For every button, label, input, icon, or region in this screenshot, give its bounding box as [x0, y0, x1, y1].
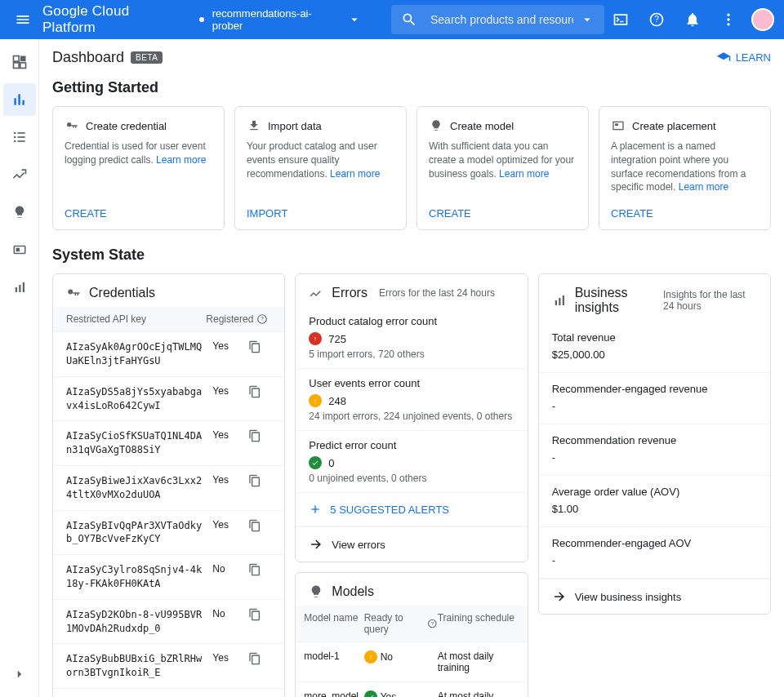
learn-more-link[interactable]: Learn more — [679, 181, 728, 193]
nav-placement-icon[interactable] — [3, 233, 36, 266]
view-credentials-link[interactable]: View credentials — [53, 688, 284, 697]
credentials-rows: AIzaSyAk0AgrOOcEjqTWLMQUaKEln3jtFaHYGsU … — [53, 332, 284, 688]
insight-value: $25,000.00 — [552, 348, 757, 361]
menu-icon[interactable] — [7, 3, 39, 36]
copy-icon[interactable] — [248, 563, 271, 576]
bulb-icon — [309, 584, 323, 599]
nav-insights-icon[interactable] — [3, 83, 36, 116]
svg-rect-7 — [13, 63, 19, 69]
insight-label: Total revenue — [552, 331, 757, 344]
svg-rect-11 — [22, 100, 24, 105]
model-name: more_models — [304, 690, 363, 697]
key-icon — [66, 286, 81, 300]
learn-icon — [716, 51, 731, 65]
table-row: more_models Yes At most daily training — [296, 682, 527, 697]
create-model-button[interactable]: CREATE — [429, 194, 577, 220]
svg-rect-6 — [20, 56, 25, 62]
create-credential-button[interactable]: CREATE — [65, 194, 212, 220]
search-input[interactable] — [430, 13, 573, 26]
api-key-value: AIzaSyBiweJixXav6c3Lxx24tltX0vMXo2duUOA — [66, 474, 212, 502]
create-placement-button[interactable]: CREATE — [611, 194, 759, 220]
svg-rect-13 — [17, 132, 24, 134]
schedule-value: At most daily training — [438, 690, 519, 697]
error-count: 0 — [328, 457, 334, 469]
insights-subtitle: Insights for the last 24 hours — [663, 289, 757, 312]
svg-point-16 — [13, 140, 16, 143]
svg-point-3 — [727, 18, 729, 20]
chevron-down-icon — [347, 12, 362, 27]
nav-list-icon[interactable] — [3, 121, 36, 153]
left-nav — [0, 39, 39, 697]
error-count: 248 — [328, 395, 346, 407]
notifications-icon[interactable] — [676, 3, 709, 36]
registered-value: No — [212, 563, 248, 575]
search-dropdown-icon[interactable] — [580, 12, 595, 27]
top-actions: ? — [604, 3, 777, 36]
system-state-title: System State — [52, 246, 771, 264]
placement-icon — [611, 118, 626, 133]
bulb-icon — [429, 118, 443, 133]
error-icon — [309, 332, 322, 345]
search-box[interactable] — [391, 5, 604, 34]
nav-collapse-icon[interactable] — [3, 658, 36, 690]
view-insights-link[interactable]: View business insights — [539, 579, 770, 614]
insight-row: Average order value (AOV) $1.00 — [539, 476, 770, 527]
nav-bar-icon[interactable] — [3, 271, 36, 304]
api-key-value: AIzaSyC3ylro8SqSnjv4-4k18y-FKAk0FH0KAtA — [66, 563, 212, 591]
svg-rect-8 — [20, 63, 25, 69]
api-key-value: AIzaSyAk0AgrOOcEjqTWLMQUaKEln3jtFaHYGsU — [66, 340, 212, 368]
learn-more-link[interactable]: Learn more — [330, 168, 380, 180]
import-icon — [247, 118, 261, 133]
nav-lightbulb-icon[interactable] — [3, 196, 36, 229]
help-icon[interactable]: ? — [256, 313, 268, 325]
ready-value: No — [381, 651, 393, 663]
view-errors-link[interactable]: View errors — [296, 526, 527, 562]
copy-icon[interactable] — [248, 652, 271, 665]
error-title: Predict error count — [309, 439, 514, 451]
insight-label: Recommendation revenue — [552, 434, 757, 446]
table-row: AIzaSyD2KObn-8-vU995BVR1MOvDAh2Rudxdp_0 … — [53, 600, 284, 645]
import-button[interactable]: IMPORT — [247, 194, 394, 220]
svg-rect-17 — [17, 140, 24, 142]
avatar[interactable] — [751, 8, 774, 31]
project-selector[interactable]: recommendations-ai-prober — [199, 7, 362, 32]
check-icon — [309, 456, 322, 469]
copy-icon[interactable] — [248, 385, 271, 398]
beta-badge: BETA — [131, 51, 163, 64]
col-model-name: Model name — [304, 612, 363, 635]
top-bar: Google Cloud Platform recommendations-ai… — [0, 0, 784, 39]
ready-value: Yes — [381, 691, 397, 697]
svg-rect-21 — [19, 285, 20, 292]
error-block: User events error count 248 24 import er… — [296, 369, 527, 431]
copy-icon[interactable] — [248, 474, 271, 487]
copy-icon[interactable] — [248, 429, 271, 442]
table-row: AIzaSyCioSfKSUaTQ1NL4DAn31qVGaXgTO88SiY … — [53, 421, 284, 466]
registered-value: Yes — [212, 474, 248, 486]
help-icon[interactable]: ? — [640, 3, 673, 36]
cloud-shell-icon[interactable] — [604, 3, 637, 36]
learn-more-link[interactable]: Learn more — [499, 168, 549, 180]
learn-more-link[interactable]: Learn more — [156, 154, 206, 166]
insights-panel: Business insights Insights for the last … — [538, 273, 771, 615]
learn-link[interactable]: LEARN — [716, 51, 771, 65]
error-block: Product catalog error count 725 5 import… — [296, 307, 527, 369]
copy-icon[interactable] — [248, 340, 271, 353]
nav-trend-icon[interactable] — [3, 158, 36, 191]
nav-dashboard-icon[interactable] — [3, 46, 36, 78]
insight-label: Recommender-engaged revenue — [552, 383, 757, 395]
table-row: AIzaSyAk0AgrOOcEjqTWLMQUaKEln3jtFaHYGsU … — [53, 332, 284, 377]
help-icon[interactable]: ? — [427, 618, 438, 629]
insight-row: Total revenue $25,000.00 — [539, 322, 770, 373]
suggested-alerts-link[interactable]: 5 SUGGESTED ALERTS — [296, 493, 527, 526]
copy-icon[interactable] — [248, 519, 271, 532]
error-block: Predict error count 0 0 unjoined events,… — [296, 431, 527, 493]
more-icon[interactable] — [712, 3, 745, 36]
getting-started-cards: Create credential Credential is used for… — [52, 106, 771, 230]
warning-icon — [364, 650, 377, 664]
svg-rect-5 — [13, 56, 19, 62]
col-ready: Ready to query — [364, 612, 424, 635]
copy-icon[interactable] — [248, 608, 271, 621]
col-registered: Registered — [206, 313, 253, 325]
warning-icon — [309, 394, 322, 407]
card-create-placement: Create placement A placement is a named … — [599, 106, 771, 230]
